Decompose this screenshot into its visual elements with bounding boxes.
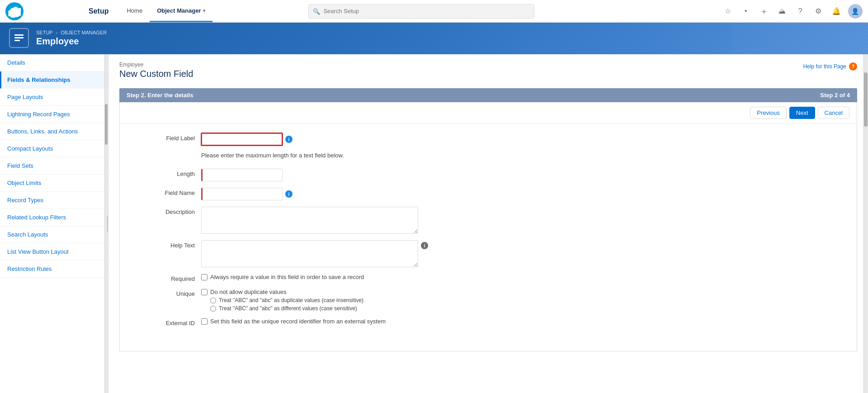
help-circle-icon[interactable]: ? bbox=[849, 62, 857, 71]
sidebar-scroll-thumb bbox=[105, 104, 108, 145]
length-row: Length bbox=[138, 169, 839, 181]
favorites-dropdown-icon[interactable]: ▾ bbox=[740, 5, 752, 18]
breadcrumb-separator: › bbox=[56, 30, 58, 35]
help-text-row: Help Text i bbox=[138, 240, 839, 267]
description-label: Description bbox=[138, 207, 201, 215]
sidebar-item-field-sets[interactable]: Field Sets bbox=[0, 157, 108, 175]
field-name-input[interactable] bbox=[201, 188, 283, 200]
field-label-control-wrap: i bbox=[201, 133, 839, 146]
previous-button[interactable]: Previous bbox=[750, 107, 787, 119]
app-launcher-icon[interactable] bbox=[29, 0, 83, 23]
length-input[interactable] bbox=[201, 169, 283, 181]
unique-radio-case-sensitive[interactable]: Treat "ABC" and "abc" as different value… bbox=[210, 305, 363, 312]
description-textarea[interactable] bbox=[201, 207, 418, 234]
sidebar-item-search-layouts[interactable]: Search Layouts bbox=[0, 226, 108, 243]
length-help-text: Please enter the maximum length for a te… bbox=[201, 152, 344, 159]
form-area: Previous Next Cancel Field Label i bbox=[119, 102, 857, 351]
trailhead-icon[interactable]: ⛰ bbox=[776, 5, 788, 18]
app-title: Setup bbox=[89, 7, 108, 15]
help-icon[interactable]: ? bbox=[794, 5, 807, 18]
unique-radio-case-insensitive-label: Treat "ABC" and "abc" as duplicate value… bbox=[219, 297, 363, 303]
nav-tabs: Home Object Manager ▾ bbox=[119, 0, 212, 22]
required-row: Required Always require a value in this … bbox=[138, 274, 839, 282]
search-icon: 🔍 bbox=[313, 8, 320, 14]
unique-checkbox-label[interactable]: Do not allow duplicate values bbox=[201, 289, 363, 295]
step-container: Step 2. Enter the details Step 2 of 4 Pr… bbox=[119, 88, 857, 351]
sidebar-item-details[interactable]: Details bbox=[0, 54, 108, 71]
external-id-checkbox-label[interactable]: Set this field as the unique record iden… bbox=[201, 318, 386, 325]
external-id-row: External ID Set this field as the unique… bbox=[138, 318, 839, 327]
length-help-text-row: Please enter the maximum length for a te… bbox=[138, 152, 839, 165]
content-area: Employee New Custom Field Help for this … bbox=[108, 54, 868, 393]
breadcrumb-object-manager-link[interactable]: OBJECT MANAGER bbox=[61, 30, 107, 35]
form-body: Field Label i Please enter the maximum l… bbox=[120, 124, 857, 342]
sidebar-item-page-layouts[interactable]: Page Layouts bbox=[0, 89, 108, 106]
help-text-textarea[interactable] bbox=[201, 240, 418, 267]
sidebar-item-restriction-rules[interactable]: Restriction Rules bbox=[0, 260, 108, 278]
object-label: Employee bbox=[119, 62, 193, 68]
required-control-wrap: Always require a value in this field in … bbox=[201, 274, 839, 280]
main-layout: Details Fields & Relationships Page Layo… bbox=[0, 54, 868, 393]
setup-gear-icon[interactable]: ⚙ bbox=[812, 5, 825, 18]
external-id-control-wrap: Set this field as the unique record iden… bbox=[201, 318, 839, 325]
field-label-input[interactable] bbox=[201, 133, 283, 146]
top-nav-right: ☆ ▾ ＋ ⛰ ? ⚙ 🔔 👤 bbox=[722, 4, 863, 19]
user-avatar[interactable]: 👤 bbox=[848, 4, 863, 19]
field-name-row: Field Name i bbox=[138, 188, 839, 200]
sidebar-item-related-lookup-filters[interactable]: Related Lookup Filters bbox=[0, 209, 108, 226]
step-header: Step 2. Enter the details Step 2 of 4 bbox=[119, 88, 857, 102]
search-input[interactable] bbox=[308, 4, 534, 19]
breadcrumb-object-title: Employee bbox=[36, 36, 107, 47]
unique-radio-case-sensitive-label: Treat "ABC" and "abc" as different value… bbox=[219, 305, 357, 312]
external-id-checkbox[interactable] bbox=[201, 318, 208, 325]
length-label: Length bbox=[138, 169, 201, 177]
required-checkbox[interactable] bbox=[201, 274, 208, 280]
external-id-label: External ID bbox=[138, 318, 201, 327]
sidebar-item-record-types[interactable]: Record Types bbox=[0, 192, 108, 209]
breadcrumb-banner: SETUP › OBJECT MANAGER Employee bbox=[0, 23, 868, 54]
next-button[interactable]: Next bbox=[789, 107, 815, 119]
sidebar-item-object-limits[interactable]: Object Limits bbox=[0, 175, 108, 192]
sidebar: Details Fields & Relationships Page Layo… bbox=[0, 54, 108, 393]
cancel-button[interactable]: Cancel bbox=[818, 107, 849, 119]
step-indicator: Step 2 of 4 bbox=[820, 92, 850, 99]
description-control-wrap bbox=[201, 207, 839, 234]
salesforce-logo[interactable] bbox=[5, 2, 24, 20]
unique-label: Unique bbox=[138, 289, 201, 297]
sidebar-item-fields-relationships[interactable]: Fields & Relationships bbox=[0, 71, 108, 89]
unique-radio-group: Treat "ABC" and "abc" as duplicate value… bbox=[210, 297, 363, 312]
length-control-wrap bbox=[201, 169, 839, 181]
unique-row: Unique Do not allow duplicate values bbox=[138, 289, 839, 312]
unique-checkbox[interactable] bbox=[201, 289, 208, 295]
help-for-page-link[interactable]: Help for this Page bbox=[803, 63, 846, 70]
field-name-info-icon[interactable]: i bbox=[285, 190, 292, 198]
required-checkbox-label[interactable]: Always require a value in this field in … bbox=[201, 274, 364, 280]
notification-bell-icon[interactable]: 🔔 bbox=[830, 5, 843, 18]
help-text-field-label: Help Text bbox=[138, 240, 201, 249]
tab-home[interactable]: Home bbox=[119, 0, 150, 22]
favorites-icon[interactable]: ☆ bbox=[722, 5, 734, 18]
svg-rect-2 bbox=[14, 40, 20, 41]
description-row: Description bbox=[138, 207, 839, 234]
help-text-info-icon[interactable]: i bbox=[421, 242, 428, 249]
required-label: Required bbox=[138, 274, 201, 282]
breadcrumb-text: SETUP › OBJECT MANAGER Employee bbox=[36, 30, 107, 47]
help-text-control-wrap: i bbox=[201, 240, 839, 267]
field-label-label: Field Label bbox=[138, 133, 201, 142]
page-title: New Custom Field bbox=[119, 69, 193, 79]
field-label-info-icon[interactable]: i bbox=[285, 136, 292, 143]
sidebar-item-list-view-button-layout[interactable]: List View Button Layout bbox=[0, 243, 108, 260]
sidebar-item-lightning-record-pages[interactable]: Lightning Record Pages bbox=[0, 106, 108, 123]
unique-radio-case-insensitive[interactable]: Treat "ABC" and "abc" as duplicate value… bbox=[210, 297, 363, 303]
required-checkbox-text: Always require a value in this field in … bbox=[210, 274, 364, 280]
external-id-checkbox-text: Set this field as the unique record iden… bbox=[210, 318, 386, 325]
breadcrumb-setup-link[interactable]: SETUP bbox=[36, 30, 52, 35]
add-icon[interactable]: ＋ bbox=[758, 5, 770, 18]
field-name-label: Field Name bbox=[138, 188, 201, 196]
tab-object-manager[interactable]: Object Manager ▾ bbox=[150, 0, 212, 22]
content-scrollbar bbox=[863, 54, 868, 393]
content-scroll-thumb bbox=[864, 72, 868, 127]
sidebar-item-buttons-links-actions[interactable]: Buttons, Links, and Actions bbox=[0, 123, 108, 140]
sidebar-item-compact-layouts[interactable]: Compact Layouts bbox=[0, 140, 108, 157]
field-name-control-wrap: i bbox=[201, 188, 839, 200]
